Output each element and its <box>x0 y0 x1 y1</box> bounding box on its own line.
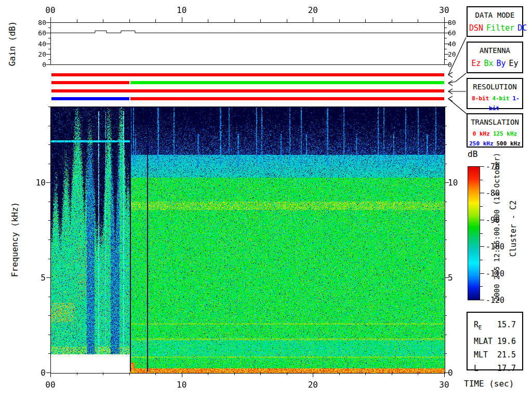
gain-plot-area <box>50 22 445 65</box>
colorbar-tick-label: -120 <box>486 296 504 305</box>
axis-tick <box>445 126 447 126</box>
ephemeris-row-mlt: MLT 21.5 <box>474 348 516 362</box>
top-axis-tick-label: 30 <box>439 5 449 15</box>
axis-tick <box>129 373 130 375</box>
antenna-bar-segment <box>130 81 444 84</box>
wbd-plot-screen: Gain (dB) Frequency (kHz) DATA MODE DSNF… <box>0 0 532 399</box>
axis-tick <box>182 17 182 22</box>
data-mode-title: DATA MODE <box>468 11 522 19</box>
ephemeris-l-value: 17.7 <box>497 362 516 375</box>
legend-item-by: By <box>497 59 506 68</box>
axis-tick <box>445 259 447 259</box>
axis-tick <box>339 373 340 375</box>
axis-tick <box>50 17 51 22</box>
spectrogram-canvas <box>51 107 445 373</box>
axis-tick <box>103 373 103 375</box>
axis-tick <box>155 373 156 375</box>
legend-item-500-khz: 500 kHz <box>497 140 521 147</box>
axis-tick <box>155 19 156 22</box>
legend-item-bx: Bx <box>484 59 493 68</box>
axis-tick <box>445 297 447 297</box>
axis-tick <box>48 107 50 107</box>
axis-tick <box>445 335 447 335</box>
ephemeris-box: RE 15.7 MLAT 19.6 MLT 21.5 L 17.7 <box>467 312 523 370</box>
antenna-bar-segment <box>51 81 129 84</box>
freq-ytick-label: 10 <box>21 178 46 188</box>
axis-tick <box>48 220 50 221</box>
axis-tick <box>260 19 261 22</box>
top-axis-tick-label: 10 <box>177 5 187 15</box>
axis-tick <box>77 19 77 22</box>
axis-tick <box>339 19 340 22</box>
gain-ytick-label-right: 80 <box>448 19 456 26</box>
translation-bar-segment <box>51 97 129 100</box>
axis-tick <box>480 286 483 287</box>
axis-tick <box>287 19 287 22</box>
freq-ytick-label-right: 10 <box>448 178 458 188</box>
axis-tick <box>46 33 50 33</box>
ephemeris-row-l: L 17.7 <box>474 362 516 375</box>
axis-tick <box>445 38 447 38</box>
axis-tick <box>46 64 50 65</box>
legend-item-8-bit: 8-bit <box>472 95 489 102</box>
spacecraft-annotation: Cluster - C2 <box>509 201 518 257</box>
axis-tick <box>50 373 51 377</box>
gain-ytick-label-right: 40 <box>448 40 456 48</box>
bottom-axis-tick-label: 30 <box>439 380 449 390</box>
translation-box: TRANSLATION 0 kHz125 kHz250 kHz500 kHz <box>467 113 523 148</box>
axis-tick <box>445 144 447 145</box>
axis-tick <box>392 373 392 375</box>
datetime-annotation: 2000 285 12:55:00.000 (11 October) <box>493 153 501 302</box>
axis-tick <box>48 126 50 126</box>
axis-tick <box>480 246 484 247</box>
translation-title: TRANSLATION <box>468 118 522 126</box>
gain-ytick-label-right: 0 <box>448 61 452 69</box>
gain-ytick-label: 60 <box>22 29 46 37</box>
axis-tick <box>182 373 182 377</box>
resolution-title: RESOLUTION <box>468 83 522 91</box>
gain-ytick-label-right: 60 <box>448 29 456 37</box>
axis-tick <box>445 240 447 240</box>
colorbar-tick-label: -110 <box>486 269 504 278</box>
axis-tick <box>480 260 483 260</box>
axis-tick <box>77 373 77 375</box>
top-axis-tick-label: 00 <box>45 5 55 15</box>
axis-tick <box>46 22 50 23</box>
axis-tick <box>103 19 103 22</box>
axis-tick <box>46 277 50 278</box>
colorbar-tick-label: -70 <box>486 162 500 171</box>
axis-tick <box>445 164 447 164</box>
axis-tick <box>48 240 50 240</box>
legend-item-250-khz: 250 kHz <box>469 140 493 147</box>
axis-tick <box>418 373 418 375</box>
legend-item-0-khz: 0 kHz <box>473 130 490 137</box>
colorbar-tick-label: -90 <box>486 216 500 225</box>
translation-bar-segment <box>130 97 444 100</box>
axis-tick <box>48 315 50 316</box>
axis-tick <box>46 44 50 44</box>
axis-tick <box>365 373 366 375</box>
antenna-box: ANTENNA EzBxByEy <box>467 42 523 73</box>
axis-tick <box>445 202 447 202</box>
axis-tick <box>444 373 445 377</box>
axis-tick <box>445 59 447 60</box>
axis-tick <box>445 353 447 354</box>
axis-tick <box>48 259 50 259</box>
top-axis-tick-label: 20 <box>308 5 318 15</box>
axis-tick <box>129 19 130 22</box>
colorbar-tick-label: -80 <box>486 189 500 198</box>
gain-ylabel: Gain (dB) <box>7 21 17 66</box>
freq-ytick-label: 5 <box>21 273 46 283</box>
legend-item-4-bit: 4-bit <box>492 95 509 102</box>
ephemeris-mlt-value: 21.5 <box>497 348 516 362</box>
ephemeris-row-mlat: MLAT 19.6 <box>474 335 516 348</box>
antenna-title: ANTENNA <box>468 46 522 55</box>
axis-tick <box>445 28 447 28</box>
ephemeris-row-re: RE 15.7 <box>474 318 516 335</box>
axis-tick <box>313 373 313 377</box>
bottom-axis-tick-label: 20 <box>308 380 318 390</box>
axis-tick <box>480 300 484 300</box>
legend-item-dc: DC <box>517 23 527 33</box>
legend-item-dsn: DSN <box>469 23 483 33</box>
axis-tick <box>365 19 366 22</box>
